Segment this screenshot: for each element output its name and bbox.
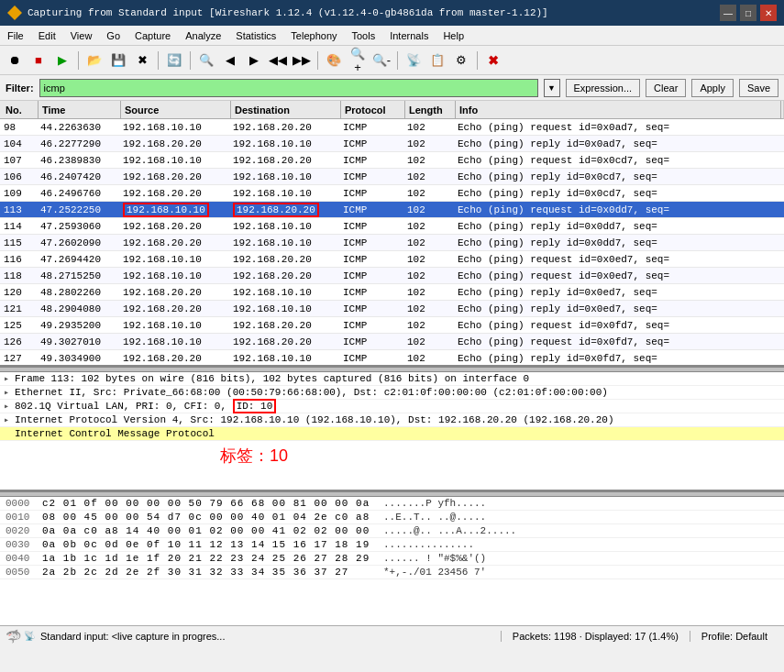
hex-row: 0020 0a 0a c0 a8 14 40 00 01 02 00 00 41… xyxy=(0,524,784,538)
cell-no: 114 xyxy=(0,218,37,234)
toolbar-prev-marked-btn[interactable]: ◀◀ xyxy=(267,50,289,72)
cell-src: 192.168.10.10 xyxy=(119,334,229,349)
cell-proto: ICMP xyxy=(339,218,403,234)
detail-expand-icon[interactable]: ▸ xyxy=(4,373,15,384)
table-row[interactable]: 104 46.2277290 192.168.20.20 192.168.10.… xyxy=(0,136,784,152)
toolbar-close-btn[interactable]: ✖ xyxy=(131,50,153,72)
cell-no: 104 xyxy=(0,136,37,151)
table-row[interactable]: 106 46.2407420 192.168.20.20 192.168.10.… xyxy=(0,169,784,185)
menu-item-view[interactable]: View xyxy=(63,28,100,43)
menu-item-statistics[interactable]: Statistics xyxy=(228,28,283,43)
toolbar-reload-btn[interactable]: 🔄 xyxy=(163,50,185,72)
col-header-time[interactable]: Time xyxy=(39,101,121,118)
cell-no: 106 xyxy=(0,169,37,184)
table-row[interactable]: 115 47.2602090 192.168.20.20 192.168.10.… xyxy=(0,235,784,251)
save-button[interactable]: Save xyxy=(739,79,778,97)
toolbar-display-filter-btn[interactable]: 📋 xyxy=(426,50,448,72)
filter-input[interactable] xyxy=(39,79,538,97)
cell-len: 102 xyxy=(403,169,454,184)
toolbar-prev-btn[interactable]: ◀ xyxy=(219,50,241,72)
table-row[interactable]: 114 47.2593060 192.168.20.20 192.168.10.… xyxy=(0,218,784,235)
cell-time: 49.2935200 xyxy=(37,317,119,333)
detail-row[interactable]: Internet Control Message Protocol xyxy=(0,427,784,441)
cell-len: 102 xyxy=(403,202,454,217)
toolbar-next-marked-btn[interactable]: ▶▶ xyxy=(291,50,313,72)
menu-item-analyze[interactable]: Analyze xyxy=(178,28,228,43)
table-row[interactable]: 125 49.2935200 192.168.10.10 192.168.20.… xyxy=(0,317,784,334)
table-row[interactable]: 126 49.3027010 192.168.10.10 192.168.20.… xyxy=(0,334,784,350)
menu-item-telephony[interactable]: Telephony xyxy=(283,28,344,43)
cell-time: 47.2522250 xyxy=(37,202,119,217)
toolbar-prefs-btn[interactable]: ⚙ xyxy=(450,50,472,72)
cell-proto: ICMP xyxy=(339,301,403,316)
toolbar-zoom-in-btn[interactable]: 🔍+ xyxy=(347,50,369,72)
menu-item-go[interactable]: Go xyxy=(99,28,127,43)
menu-item-capture[interactable]: Capture xyxy=(127,28,178,43)
cell-proto: ICMP xyxy=(339,251,403,267)
menu-item-file[interactable]: File xyxy=(0,28,31,43)
table-row[interactable]: 120 48.2802260 192.168.20.20 192.168.10.… xyxy=(0,284,784,301)
toolbar-restart-btn[interactable]: ▶ xyxy=(51,50,73,72)
table-row[interactable]: 127 49.3034900 192.168.20.20 192.168.10.… xyxy=(0,350,784,365)
cell-dst: 192.168.10.10 xyxy=(229,350,339,365)
toolbar-zoom-out-btn[interactable]: 🔍- xyxy=(370,50,392,72)
maximize-button[interactable]: □ xyxy=(740,5,756,21)
toolbar-sep-5 xyxy=(397,51,398,70)
cell-time: 47.2602090 xyxy=(37,235,119,250)
close-button[interactable]: ✕ xyxy=(760,5,777,21)
apply-button[interactable]: Apply xyxy=(691,79,734,97)
detail-row[interactable]: ▸ Internet Protocol Version 4, Src: 192.… xyxy=(0,413,784,427)
detail-expand-icon[interactable]: ▸ xyxy=(4,401,15,412)
cell-len: 102 xyxy=(403,136,454,151)
toolbar-find-btn[interactable]: 🔍 xyxy=(195,50,217,72)
menu-item-edit[interactable]: Edit xyxy=(31,28,63,43)
cell-len: 102 xyxy=(403,119,454,135)
toolbar-open-btn[interactable]: 📂 xyxy=(83,50,105,72)
table-row[interactable]: 116 47.2694420 192.168.10.10 192.168.20.… xyxy=(0,251,784,268)
col-header-destination[interactable]: Destination xyxy=(231,101,341,118)
cell-no: 125 xyxy=(0,317,37,333)
cell-info: Echo (ping) request id=0x0ad7, seq= xyxy=(454,119,784,135)
cell-time: 49.3027010 xyxy=(37,334,119,349)
toolbar-capture-filter-btn[interactable]: 📡 xyxy=(403,50,425,72)
cell-no: 107 xyxy=(0,152,37,168)
menu-item-internals[interactable]: Internals xyxy=(382,28,436,43)
table-row[interactable]: 113 47.2522250 192.168.10.10 192.168.20.… xyxy=(0,202,784,218)
detail-expand-icon[interactable]: ▸ xyxy=(4,414,15,425)
toolbar-stop-btn[interactable]: ■ xyxy=(28,50,50,72)
cell-time: 44.2263630 xyxy=(37,119,119,135)
col-header-source[interactable]: Source xyxy=(121,101,231,118)
minimize-button[interactable]: — xyxy=(720,5,736,21)
col-header-no[interactable]: No. xyxy=(2,101,39,118)
cell-proto: ICMP xyxy=(339,152,403,168)
table-row[interactable]: 121 48.2904080 192.168.20.20 192.168.10.… xyxy=(0,301,784,317)
menu-item-tools[interactable]: Tools xyxy=(345,28,383,43)
statusbar: 🦈 📡 Standard input: <live capture in pro… xyxy=(0,625,784,645)
detail-row[interactable]: ▸ 802.1Q Virtual LAN, PRI: 0, CFI: 0, ID… xyxy=(0,400,784,413)
table-row[interactable]: 109 46.2496760 192.168.20.20 192.168.10.… xyxy=(0,185,784,202)
cell-time: 46.2389830 xyxy=(37,152,119,168)
cell-src: 192.168.20.20 xyxy=(119,284,229,300)
clear-button[interactable]: Clear xyxy=(646,79,686,97)
table-row[interactable]: 118 48.2715250 192.168.10.10 192.168.20.… xyxy=(0,268,784,284)
filter-dropdown-btn[interactable]: ▼ xyxy=(544,79,560,97)
toolbar-start-btn[interactable]: ⏺ xyxy=(4,50,26,72)
cell-info: Echo (ping) request id=0x0ed7, seq= xyxy=(454,268,784,283)
table-row[interactable]: 98 44.2263630 192.168.10.10 192.168.20.2… xyxy=(0,119,784,136)
cell-info: Echo (ping) reply id=0x0ad7, seq= xyxy=(454,136,784,151)
cell-no: 120 xyxy=(0,284,37,300)
toolbar-help-btn[interactable]: ✖ xyxy=(482,50,504,72)
menu-item-help[interactable]: Help xyxy=(436,28,471,43)
col-header-length[interactable]: Length xyxy=(405,101,456,118)
detail-row[interactable]: ▸ Frame 113: 102 bytes on wire (816 bits… xyxy=(0,372,784,386)
detail-expand-icon[interactable]: ▸ xyxy=(4,387,15,398)
detail-row[interactable]: ▸ Ethernet II, Src: Private_66:68:00 (00… xyxy=(0,386,784,400)
col-header-protocol[interactable]: Protocol xyxy=(341,101,405,118)
table-row[interactable]: 107 46.2389830 192.168.10.10 192.168.20.… xyxy=(0,152,784,169)
toolbar-colorize-btn[interactable]: 🎨 xyxy=(323,50,345,72)
hex-row: 0000 c2 01 0f 00 00 00 00 50 79 66 68 00… xyxy=(0,497,784,511)
expression-button[interactable]: Expression... xyxy=(566,79,641,97)
toolbar-next-btn[interactable]: ▶ xyxy=(243,50,265,72)
col-header-info[interactable]: Info xyxy=(456,101,781,118)
toolbar-save-btn[interactable]: 💾 xyxy=(107,50,129,72)
